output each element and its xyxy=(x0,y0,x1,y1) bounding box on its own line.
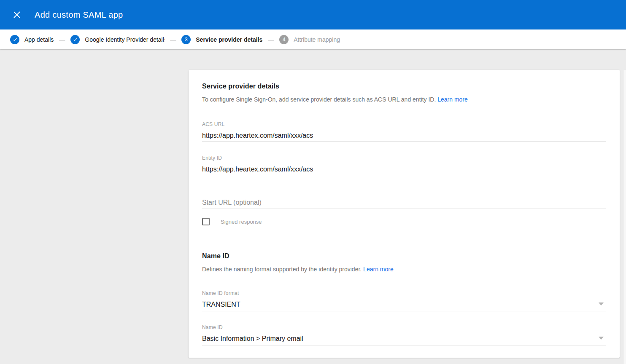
step-label: Google Identity Provider details xyxy=(85,36,165,43)
learn-more-link[interactable]: Learn more xyxy=(363,266,394,273)
step-separator: — xyxy=(59,36,65,43)
dialog-title: Add custom SAML app xyxy=(35,10,123,20)
entity-id-field-group: Entity ID xyxy=(202,155,606,175)
content-area: Service provider details To configure Si… xyxy=(0,70,626,364)
name-id-format-field-group: Name ID format TRANSIENT xyxy=(202,290,606,311)
signed-response-row: Signed response xyxy=(202,217,606,226)
description-text: To configure Single Sign-On, add service… xyxy=(202,96,436,103)
step-label: App details xyxy=(24,36,54,43)
acs-url-field-group: ACS URL xyxy=(202,121,606,142)
close-icon[interactable] xyxy=(9,7,24,22)
section-heading-service-provider: Service provider details xyxy=(202,70,606,91)
service-provider-card: Service provider details To configure Si… xyxy=(189,70,620,358)
acs-url-input[interactable] xyxy=(202,131,606,142)
start-url-field-group xyxy=(202,198,606,209)
vertical-scrollbar[interactable] xyxy=(623,70,626,364)
step-attribute-mapping[interactable]: 4 Attribute mapping xyxy=(279,35,340,44)
section-description: To configure Single Sign-On, add service… xyxy=(202,96,606,104)
name-id-format-value: TRANSIENT xyxy=(202,300,240,309)
name-id-format-select[interactable]: TRANSIENT xyxy=(202,300,606,311)
name-id-label: Name ID xyxy=(202,324,606,330)
section-description: Defines the naming format supported by t… xyxy=(202,265,606,273)
section-heading-name-id: Name ID xyxy=(202,252,606,260)
learn-more-link[interactable]: Learn more xyxy=(437,96,468,103)
step-completed-check-icon xyxy=(10,35,19,44)
acs-url-label: ACS URL xyxy=(202,121,606,127)
name-id-value: Basic Information > Primary email xyxy=(202,334,303,343)
step-google-idp-details[interactable]: Google Identity Provider details xyxy=(70,35,165,44)
description-text: Defines the naming format supported by t… xyxy=(202,266,362,273)
entity-id-label: Entity ID xyxy=(202,155,606,161)
name-id-select[interactable]: Basic Information > Primary email xyxy=(202,334,606,345)
stepper: App details — Google Identity Provider d… xyxy=(0,29,626,49)
step-number-badge: 4 xyxy=(279,35,289,44)
step-service-provider-details[interactable]: 3 Service provider details xyxy=(181,35,262,44)
dropdown-arrow-icon xyxy=(599,302,604,305)
dialog-header: Add custom SAML app xyxy=(0,0,626,29)
name-id-format-label: Name ID format xyxy=(202,290,606,296)
step-label: Service provider details xyxy=(196,36,262,43)
step-number-badge: 3 xyxy=(181,35,191,44)
signed-response-label: Signed response xyxy=(221,219,262,225)
step-completed-check-icon xyxy=(70,35,80,44)
step-label: Attribute mapping xyxy=(294,36,340,43)
name-id-field-group: Name ID Basic Information > Primary emai… xyxy=(202,324,606,345)
step-separator: — xyxy=(268,36,274,43)
step-separator: — xyxy=(170,36,176,43)
start-url-input[interactable] xyxy=(202,198,606,209)
signed-response-checkbox[interactable] xyxy=(202,218,210,225)
entity-id-input[interactable] xyxy=(202,165,606,175)
dropdown-arrow-icon xyxy=(599,337,604,340)
step-app-details[interactable]: App details xyxy=(10,35,54,44)
